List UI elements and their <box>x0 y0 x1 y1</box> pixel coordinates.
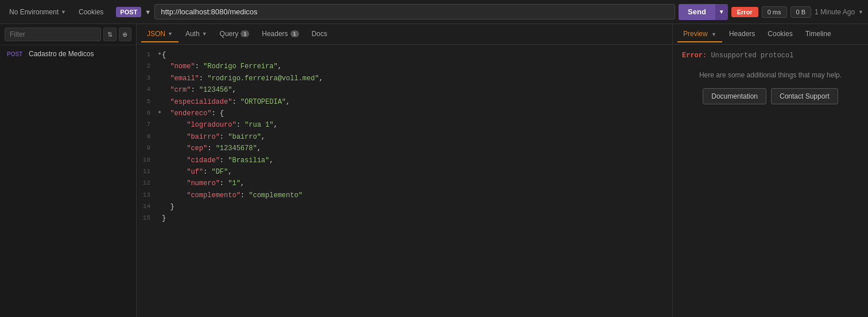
line-number: 12 <box>137 178 157 189</box>
time-ago: 1 Minute Ago <box>815 8 855 16</box>
line-number: 2 <box>137 61 157 72</box>
tab-json-label: JSON <box>147 30 165 38</box>
code-line: 14 } <box>137 201 672 213</box>
line-indicator: + <box>157 108 162 118</box>
response-tab-headers-label: Headers <box>729 30 755 38</box>
time-ago-chevron-icon: ▼ <box>858 9 863 15</box>
add-button[interactable]: ⊕ <box>119 28 132 41</box>
http-method-badge: POST <box>116 7 141 17</box>
sidebar-item-cadastro-medicos[interactable]: POST Cadastro de Medicos <box>0 45 136 62</box>
helper-text: Here are some additional things that may… <box>682 71 859 79</box>
tab-headers-label: Headers <box>262 30 288 38</box>
line-number: 10 <box>137 155 157 166</box>
tab-docs-label: Docs <box>312 30 327 38</box>
sidebar-method-label: POST <box>7 51 24 57</box>
line-number: 5 <box>137 96 157 107</box>
tab-auth[interactable]: Auth ▼ <box>180 26 213 42</box>
line-content: "uf": "DF", <box>162 166 672 178</box>
line-number: 6 <box>137 108 157 119</box>
size-stat: 0 B <box>790 6 812 18</box>
code-line: 13 "complemento": "complemento" <box>137 190 672 201</box>
response-tab-preview[interactable]: Preview ▼ <box>677 26 722 42</box>
line-content: "email": "rodrigo.ferreira@voll.med", <box>162 73 672 84</box>
send-group: Send ▼ <box>679 4 728 20</box>
chevron-down-icon: ▼ <box>61 9 66 15</box>
response-content: Error: Unsupported protocol Here are som… <box>673 45 868 317</box>
code-line: 10 "cidade": "Brasilia", <box>137 155 672 166</box>
code-editor: 1+{2 "nome": "Rodrigo Ferreira",3 "email… <box>137 45 672 317</box>
send-dropdown-button[interactable]: ▼ <box>715 4 728 20</box>
tab-auth-chevron-icon: ▼ <box>202 31 207 37</box>
line-number: 9 <box>137 143 157 154</box>
line-number: 15 <box>137 213 157 224</box>
action-buttons: Documentation Contact Support <box>682 88 859 104</box>
code-line: 5 "especialidade": "ORTOPEDIA", <box>137 96 672 108</box>
tab-json-chevron-icon: ▼ <box>168 31 173 37</box>
line-content: { <box>162 49 672 61</box>
line-number: 4 <box>137 84 157 95</box>
line-content: } <box>162 201 672 213</box>
code-line: 3 "email": "rodrigo.ferreira@voll.med", <box>137 73 672 84</box>
line-number: 8 <box>137 131 157 142</box>
error-message: Unsupported protocol <box>711 52 793 60</box>
contact-support-button[interactable]: Contact Support <box>771 88 838 104</box>
response-tab-cookies-label: Cookies <box>768 30 792 38</box>
response-tab-timeline[interactable]: Timeline <box>800 26 837 42</box>
send-button[interactable]: Send <box>679 4 715 20</box>
tab-json[interactable]: JSON ▼ <box>141 26 179 42</box>
request-tab-bar: JSON ▼ Auth ▼ Query 1 Headers 1 Docs <box>137 24 672 45</box>
sidebar: ⇅ ⊕ POST Cadastro de Medicos <box>0 24 137 317</box>
response-tab-timeline-label: Timeline <box>805 30 831 38</box>
tab-query-badge: 1 <box>241 30 249 37</box>
code-line: 8 "bairro": "bairro", <box>137 131 672 143</box>
error-line: Error: Unsupported protocol <box>682 52 859 60</box>
sidebar-item-label: Cadastro de Medicos <box>29 50 94 58</box>
environment-label: No Environment <box>9 8 59 16</box>
response-tab-cookies[interactable]: Cookies <box>762 26 798 42</box>
line-number: 1 <box>137 49 157 60</box>
code-line: 2 "nome": "Rodrigo Ferreira", <box>137 61 672 72</box>
line-number: 14 <box>137 201 157 212</box>
request-panel: JSON ▼ Auth ▼ Query 1 Headers 1 Docs 1+{… <box>137 24 673 317</box>
line-content: "complemento": "complemento" <box>162 190 672 201</box>
line-content: } <box>162 213 672 224</box>
response-tab-preview-label: Preview <box>683 30 708 38</box>
url-input[interactable] <box>154 4 675 19</box>
top-bar: No Environment ▼ Cookies POST ▼ Send ▼ E… <box>0 0 868 24</box>
tab-query[interactable]: Query 1 <box>214 26 255 42</box>
error-prefix-label: Error: <box>682 52 707 60</box>
line-number: 13 <box>137 190 157 201</box>
main-layout: ⇅ ⊕ POST Cadastro de Medicos JSON ▼ Auth… <box>0 24 868 317</box>
sort-button[interactable]: ⇅ <box>103 28 117 41</box>
code-line: 7 "logradouro": "rua 1", <box>137 119 672 131</box>
line-content: "numero": "1", <box>162 178 672 189</box>
code-line: 9 "cep": "12345678", <box>137 143 672 154</box>
documentation-button[interactable]: Documentation <box>703 88 766 104</box>
cookies-button[interactable]: Cookies <box>74 6 108 18</box>
response-tab-headers[interactable]: Headers <box>723 26 761 42</box>
preview-chevron-icon: ▼ <box>711 32 716 37</box>
filter-input[interactable] <box>5 28 101 41</box>
code-line: 6+ "endereco": { <box>137 108 672 119</box>
code-line: 1+{ <box>137 49 672 61</box>
tab-headers[interactable]: Headers 1 <box>256 26 304 42</box>
line-content: "endereco": { <box>162 108 672 119</box>
line-content: "bairro": "bairro", <box>162 131 672 143</box>
line-indicator: + <box>157 49 162 59</box>
code-line: 12 "numero": "1", <box>137 178 672 189</box>
line-content: "cidade": "Brasilia", <box>162 155 672 166</box>
line-number: 11 <box>137 166 157 177</box>
error-badge: Error <box>731 7 758 17</box>
environment-selector[interactable]: No Environment ▼ <box>5 6 71 18</box>
line-content: "logradouro": "rua 1", <box>162 119 672 131</box>
line-content: "crm": "123456", <box>162 84 672 96</box>
response-panel: Preview ▼ Headers Cookies Timeline Error… <box>673 24 868 317</box>
time-stat: 0 ms <box>762 6 787 18</box>
line-content: "especialidade": "ORTOPEDIA", <box>162 96 672 108</box>
method-dropdown-icon[interactable]: ▼ <box>145 9 151 15</box>
tab-auth-label: Auth <box>185 30 200 38</box>
tab-docs[interactable]: Docs <box>306 26 333 42</box>
line-number: 3 <box>137 73 157 84</box>
sidebar-filter-row: ⇅ ⊕ <box>0 24 136 45</box>
tab-query-label: Query <box>220 30 239 38</box>
